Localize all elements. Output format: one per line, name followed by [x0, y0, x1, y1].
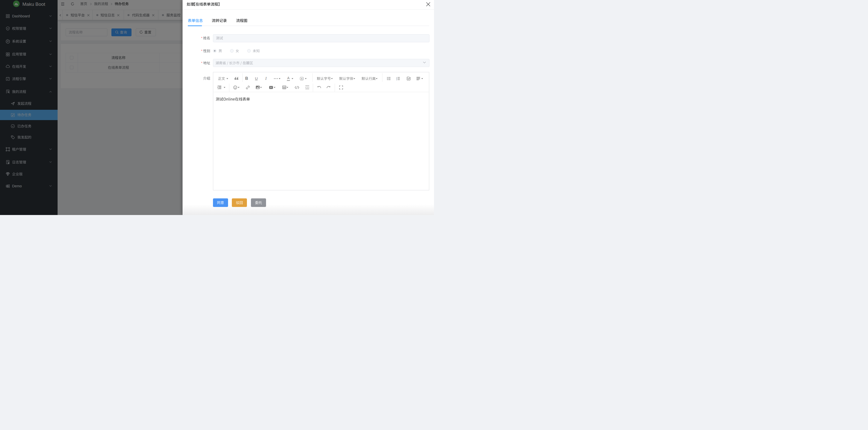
svg-text:3: 3: [396, 79, 397, 80]
